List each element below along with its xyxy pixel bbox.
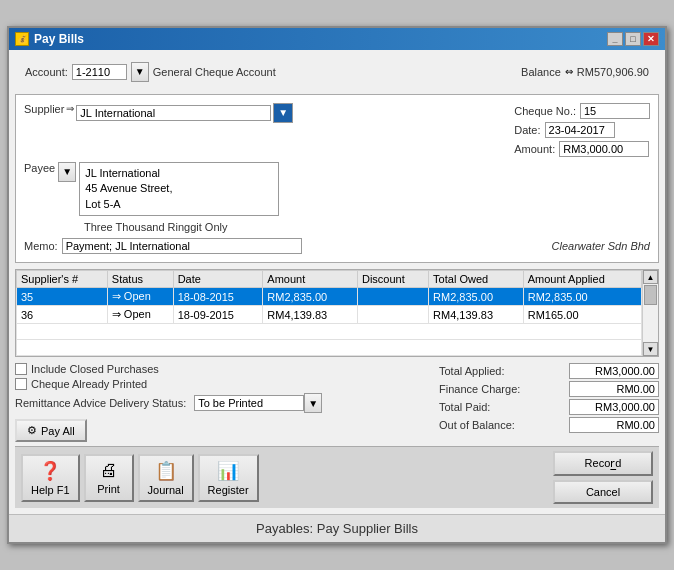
pay-all-label: Pay All (41, 425, 75, 437)
account-label: Account: (25, 66, 68, 78)
col-total-owed: Total Owed (429, 271, 524, 288)
delivery-label: Remittance Advice Delivery Status: (15, 397, 186, 409)
cell-discount (357, 288, 428, 306)
payee-box: JL International 45 Avenue Street, Lot 5… (79, 162, 279, 216)
cheque-printed-row: Cheque Already Printed (15, 378, 433, 390)
col-supplier-num: Supplier's # (17, 271, 108, 288)
col-discount: Discount (357, 271, 428, 288)
delivery-input[interactable] (194, 395, 304, 411)
balance-value: RM570,906.90 (577, 66, 649, 78)
register-label: Register (208, 484, 249, 496)
table-row[interactable]: 35 ⇒ Open 18-08-2015 RM2,835.00 RM2,835.… (17, 288, 642, 306)
table-header: Supplier's # Status Date Amount Discount… (17, 271, 642, 288)
balance-section: Balance ⇔ RM570,906.90 (521, 66, 649, 78)
bills-table: Supplier's # Status Date Amount Discount… (16, 270, 642, 356)
col-amount-applied: Amount Applied (523, 271, 641, 288)
print-icon: 🖨 (100, 460, 118, 481)
col-date: Date (173, 271, 263, 288)
finance-charge-row: Finance Charge: (439, 381, 659, 397)
account-bar: Account: ▼ General Cheque Account Balanc… (15, 56, 659, 88)
right-section: Cheque No.: Date: Amount: (514, 103, 650, 157)
date-input[interactable] (545, 122, 615, 138)
table-section: Supplier's # Status Date Amount Discount… (15, 269, 659, 357)
record-label: Recor̲d (585, 457, 622, 469)
cell-amount: RM4,139.83 (263, 306, 358, 324)
total-applied-value (569, 363, 659, 379)
finance-charge-label: Finance Charge: (439, 383, 520, 395)
register-icon: 📊 (217, 460, 239, 482)
payee-label: Payee (24, 162, 55, 174)
include-closed-row: Include Closed Purchases (15, 363, 433, 375)
out-of-balance-value (569, 417, 659, 433)
toolbar-left: ❓ Help F1 🖨 Print 📋 Journal 📊 Register (21, 454, 259, 502)
cheque-no-label: Cheque No.: (514, 105, 576, 117)
memo-input[interactable] (62, 238, 302, 254)
cheque-printed-checkbox[interactable] (15, 378, 27, 390)
supplier-input-group: ▼ (76, 103, 293, 123)
memo-row: Memo: Clearwater Sdn Bhd (24, 238, 650, 254)
title-buttons: _ □ ✕ (607, 32, 659, 46)
help-button[interactable]: ❓ Help F1 (21, 454, 80, 502)
delivery-dropdown-button[interactable]: ▼ (304, 393, 322, 413)
total-applied-label: Total Applied: (439, 365, 504, 377)
cell-amount-applied: RM2,835.00 (523, 288, 641, 306)
scroll-down-button[interactable]: ▼ (643, 342, 658, 356)
account-code-input[interactable] (72, 64, 127, 80)
amount-input[interactable] (559, 141, 649, 157)
print-label: Print (97, 483, 120, 495)
footer-bar: Payables: Pay Supplier Bills (9, 514, 665, 542)
payee-line-3: Lot 5-A (85, 197, 273, 212)
table-row[interactable]: 36 ⇒ Open 18-09-2015 RM4,139.83 RM4,139.… (17, 306, 642, 324)
scroll-up-button[interactable]: ▲ (643, 270, 658, 284)
cheque-no-input[interactable] (580, 103, 650, 119)
supplier-dropdown-button[interactable]: ▼ (273, 103, 293, 123)
payee-dropdown-button[interactable]: ▼ (58, 162, 76, 182)
cancel-label: Cancel (586, 486, 620, 498)
pay-all-button[interactable]: ⚙ Pay All (15, 419, 87, 442)
account-dropdown-button[interactable]: ▼ (131, 62, 149, 82)
window-title: Pay Bills (34, 32, 84, 46)
include-closed-label: Include Closed Purchases (31, 363, 159, 375)
cheque-printed-label: Cheque Already Printed (31, 378, 147, 390)
finance-charge-value[interactable] (569, 381, 659, 397)
cancel-button[interactable]: Cancel (553, 480, 653, 504)
include-closed-checkbox[interactable] (15, 363, 27, 375)
cell-amount: RM2,835.00 (263, 288, 358, 306)
amount-words: Three Thousand Ringgit Only (24, 221, 650, 233)
amount-label: Amount: (514, 143, 555, 155)
journal-button[interactable]: 📋 Journal (138, 454, 194, 502)
scroll-thumb[interactable] (644, 285, 657, 305)
minimize-button[interactable]: _ (607, 32, 623, 46)
total-paid-value (569, 399, 659, 415)
out-of-balance-label: Out of Balance: (439, 419, 515, 431)
print-button[interactable]: 🖨 Print (84, 454, 134, 502)
right-summary: Total Applied: Finance Charge: Total Pai… (439, 363, 659, 442)
supplier-row: Supplier ⇒ ▼ Cheque No.: Date: (24, 103, 650, 157)
table-scroll: Supplier's # Status Date Amount Discount… (16, 270, 642, 356)
cell-discount (357, 306, 428, 324)
close-button[interactable]: ✕ (643, 32, 659, 46)
left-options: Include Closed Purchases Cheque Already … (15, 363, 433, 442)
table-scrollbar[interactable]: ▲ ▼ (642, 270, 658, 356)
register-button[interactable]: 📊 Register (198, 454, 259, 502)
table-body: 35 ⇒ Open 18-08-2015 RM2,835.00 RM2,835.… (17, 288, 642, 356)
cell-date: 18-09-2015 (173, 306, 263, 324)
maximize-button[interactable]: □ (625, 32, 641, 46)
supplier-label: Supplier (24, 103, 64, 115)
total-paid-label: Total Paid: (439, 401, 490, 413)
total-paid-row: Total Paid: (439, 399, 659, 415)
payee-line-2: 45 Avenue Street, (85, 181, 273, 196)
toolbar-right: Recor̲d Cancel (553, 451, 653, 504)
cell-id: 36 (17, 306, 108, 324)
date-label: Date: (514, 124, 540, 136)
cell-id: 35 (17, 288, 108, 306)
main-window: 💰 Pay Bills _ □ ✕ Account: ▼ General Che… (7, 26, 667, 544)
table-wrapper: Supplier's # Status Date Amount Discount… (16, 270, 658, 356)
footer-text: Payables: Pay Supplier Bills (256, 521, 418, 536)
date-row: Date: (514, 122, 650, 138)
window-body: Account: ▼ General Cheque Account Balanc… (9, 50, 665, 514)
account-bar-left: Account: ▼ General Cheque Account (25, 62, 276, 82)
window-icon: 💰 (15, 32, 29, 46)
record-button[interactable]: Recor̲d (553, 451, 653, 476)
supplier-name-input[interactable] (76, 105, 271, 121)
